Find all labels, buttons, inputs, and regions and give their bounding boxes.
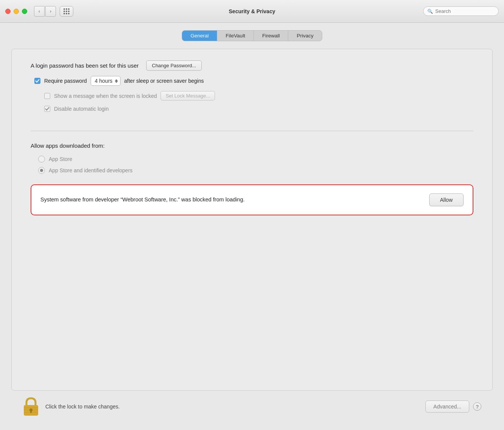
tab-general[interactable]: General: [182, 31, 217, 41]
svg-rect-1: [24, 407, 38, 408]
radio-row-identified: App Store and identified developers: [38, 167, 473, 174]
appstore-radio[interactable]: [38, 156, 45, 162]
advanced-button[interactable]: Advanced...: [425, 401, 469, 413]
help-button[interactable]: ?: [473, 402, 481, 411]
allow-button[interactable]: Allow: [429, 193, 464, 206]
close-button[interactable]: [5, 9, 11, 14]
password-timeout-value: 4 hours: [95, 78, 113, 84]
checkmark-gray-icon: [45, 107, 49, 111]
require-password-label: Require password: [44, 78, 87, 84]
show-message-label: Show a message when the screen is locked: [54, 93, 157, 99]
identified-developers-radio[interactable]: [38, 167, 45, 174]
radio-group: App Store App Store and identified devel…: [38, 156, 473, 174]
password-header: A login password has been set for this u…: [31, 60, 473, 71]
change-password-button[interactable]: Change Password...: [146, 60, 202, 71]
traffic-lights: [5, 9, 27, 14]
search-box[interactable]: 🔍: [423, 6, 499, 16]
window-title: Security & Privacy: [229, 8, 275, 14]
alert-message: System software from developer “Webroot …: [40, 196, 245, 204]
require-password-checkbox[interactable]: [34, 78, 40, 84]
show-message-checkbox[interactable]: [44, 93, 50, 99]
grid-dots-icon: [63, 8, 70, 14]
tab-bar: General FileVault Firewall Privacy: [11, 30, 493, 41]
settings-panel: A login password has been set for this u…: [11, 49, 493, 391]
alert-box: System software from developer “Webroot …: [31, 184, 473, 215]
checkmark-icon: [35, 79, 40, 83]
tab-privacy[interactable]: Privacy: [288, 31, 322, 41]
disable-login-checkbox[interactable]: [44, 106, 50, 112]
forward-button[interactable]: ›: [45, 6, 56, 17]
footer: Click the lock to make changes. Advanced…: [11, 391, 493, 422]
tab-filevault[interactable]: FileVault: [217, 31, 254, 41]
dropdown-arrow-icon: [115, 79, 118, 83]
disable-login-label: Disable automatic login: [54, 106, 109, 112]
search-icon: 🔍: [427, 9, 433, 14]
search-input[interactable]: [435, 8, 492, 14]
titlebar: ‹ › Security & Privacy 🔍: [0, 0, 504, 23]
tab-group: General FileVault Firewall Privacy: [182, 30, 322, 41]
password-section: A login password has been set for this u…: [31, 60, 473, 127]
download-section: Allow apps downloaded from: App Store Ap…: [31, 142, 473, 227]
password-label: A login password has been set for this u…: [31, 62, 139, 69]
download-title: Allow apps downloaded from:: [31, 142, 473, 149]
svg-rect-5: [30, 411, 32, 413]
radio-selected-indicator: [40, 169, 43, 172]
set-lock-message-button[interactable]: Set Lock Message...: [161, 91, 215, 101]
disable-login-row: Disable automatic login: [44, 106, 473, 112]
after-sleep-label: after sleep or screen saver begins: [124, 78, 204, 84]
identified-developers-radio-label: App Store and identified developers: [49, 167, 133, 173]
show-message-row: Show a message when the screen is locked…: [44, 91, 473, 101]
lock-text: Click the lock to make changes.: [45, 404, 120, 410]
section-divider: [31, 131, 473, 131]
minimize-button[interactable]: [14, 9, 19, 14]
radio-row-appstore: App Store: [38, 156, 473, 162]
maximize-button[interactable]: [22, 9, 27, 14]
password-timeout-dropdown[interactable]: 4 hours: [91, 76, 121, 86]
lock-icon[interactable]: [23, 397, 39, 416]
footer-right: Advanced... ?: [425, 401, 481, 413]
tab-firewall[interactable]: Firewall: [254, 31, 289, 41]
nav-buttons: ‹ ›: [34, 6, 56, 17]
require-password-row: Require password 4 hours after sleep or …: [34, 76, 473, 86]
main-content: General FileVault Firewall Privacy A log…: [0, 23, 504, 430]
back-button[interactable]: ‹: [34, 6, 45, 17]
grid-view-button[interactable]: [60, 6, 73, 17]
appstore-radio-label: App Store: [49, 156, 72, 162]
